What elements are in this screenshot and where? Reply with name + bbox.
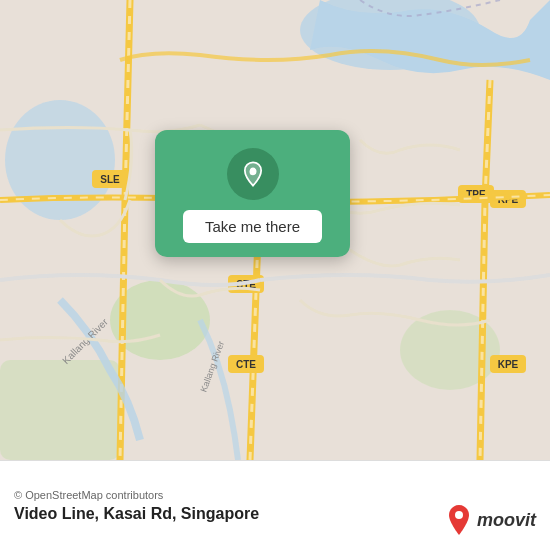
bottom-bar: © OpenStreetMap contributors Video Line,… (0, 460, 550, 550)
svg-text:KPE: KPE (498, 359, 519, 370)
location-icon-wrap (227, 148, 279, 200)
moovit-logo: moovit (445, 504, 536, 536)
take-me-there-button[interactable]: Take me there (183, 210, 322, 243)
action-card: Take me there (155, 130, 350, 257)
svg-text:SLE: SLE (100, 174, 120, 185)
svg-point-22 (455, 511, 463, 519)
svg-text:CTE: CTE (236, 359, 256, 370)
location-pin-icon (239, 160, 267, 188)
moovit-pin-icon (445, 504, 473, 536)
moovit-brand-text: moovit (477, 510, 536, 531)
map-attribution: © OpenStreetMap contributors (14, 489, 536, 501)
svg-point-21 (250, 168, 256, 174)
map-view: SLE TPE CTE CTE KPE KPE Kallang River Ka… (0, 0, 550, 460)
svg-rect-4 (0, 360, 120, 460)
